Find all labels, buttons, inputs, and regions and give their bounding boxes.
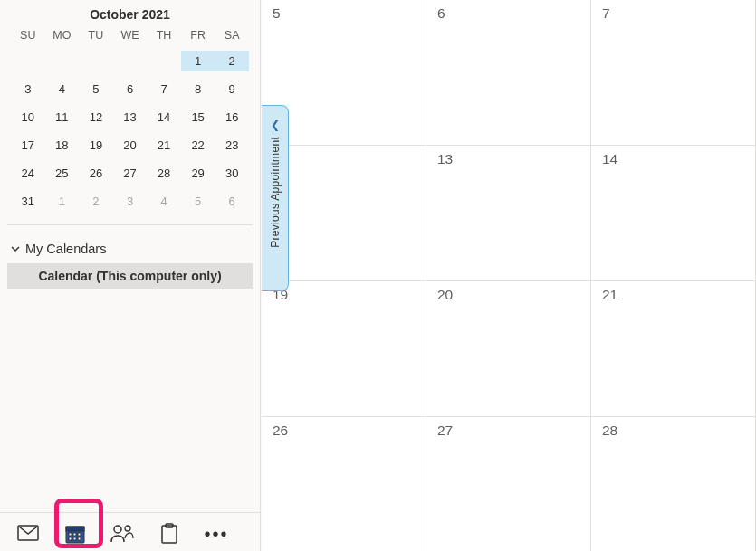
tasks-icon <box>160 523 178 545</box>
mini-cal-day[interactable]: 11 <box>45 107 80 128</box>
bottom-nav: ••• <box>0 512 261 551</box>
svg-rect-4 <box>73 533 76 536</box>
svg-point-10 <box>125 526 130 531</box>
mini-cal-day[interactable]: 24 <box>11 163 45 184</box>
mini-cal-day[interactable]: 6 <box>215 191 249 212</box>
mini-cal-day[interactable]: 10 <box>11 107 45 128</box>
svg-rect-7 <box>73 537 76 540</box>
mini-cal-day[interactable]: 22 <box>181 135 215 156</box>
nav-calendar-button[interactable] <box>63 522 87 546</box>
mini-cal-day[interactable]: 26 <box>79 163 113 184</box>
mini-cal-day[interactable]: 1 <box>45 191 80 212</box>
svg-rect-3 <box>69 533 72 536</box>
month-cell[interactable]: 27 <box>426 416 591 551</box>
mini-cal-day[interactable]: 21 <box>147 135 181 156</box>
svg-point-9 <box>114 526 121 533</box>
month-cell[interactable]: 6 <box>426 0 591 145</box>
mini-cal-day[interactable]: 1 <box>181 51 215 71</box>
mini-cal-day[interactable]: 23 <box>215 135 249 156</box>
people-icon <box>110 524 134 544</box>
mini-cal-dow: WE <box>113 29 148 43</box>
svg-rect-8 <box>78 537 81 540</box>
mini-cal-day <box>79 51 113 71</box>
mini-cal-day[interactable]: 5 <box>79 79 113 100</box>
sidebar: October 2021 SUMOTUWETHFRSA1234567891011… <box>0 0 261 551</box>
mini-calendar-grid: SUMOTUWETHFRSA12345678910111213141516171… <box>11 29 249 212</box>
mini-cal-day[interactable]: 7 <box>147 79 181 100</box>
mini-cal-day[interactable]: 17 <box>11 135 45 156</box>
mini-cal-day[interactable]: 8 <box>181 79 215 100</box>
mini-cal-day[interactable]: 27 <box>113 163 148 184</box>
mini-cal-day[interactable]: 16 <box>215 107 249 128</box>
mini-cal-day[interactable]: 4 <box>45 79 80 100</box>
mini-cal-day <box>147 51 181 71</box>
mini-cal-day[interactable]: 25 <box>45 163 80 184</box>
chevron-down-icon <box>11 244 20 253</box>
mini-cal-day[interactable]: 30 <box>215 163 249 184</box>
month-cell[interactable]: 13 <box>426 145 591 280</box>
mini-calendar: October 2021 SUMOTUWETHFRSA1234567891011… <box>0 0 260 212</box>
mail-icon <box>17 525 39 543</box>
mini-cal-day[interactable]: 13 <box>113 107 148 128</box>
mini-cal-day[interactable]: 15 <box>181 107 215 128</box>
svg-rect-2 <box>66 527 84 531</box>
nav-overflow-button[interactable]: ••• <box>205 522 228 546</box>
mini-cal-day[interactable]: 2 <box>215 51 249 71</box>
month-cell[interactable]: 7 <box>591 0 756 145</box>
mini-cal-day[interactable]: 3 <box>11 79 45 100</box>
svg-rect-11 <box>162 526 177 543</box>
calendar-icon <box>65 524 85 544</box>
mini-cal-day[interactable]: 31 <box>11 191 45 212</box>
month-cell[interactable]: 26 <box>262 416 426 551</box>
mini-cal-day[interactable]: 5 <box>181 191 215 212</box>
mini-cal-day[interactable]: 20 <box>113 135 148 156</box>
svg-rect-5 <box>78 533 81 536</box>
mini-cal-dow: SU <box>11 29 45 43</box>
mini-cal-day[interactable]: 4 <box>147 191 181 212</box>
previous-appointment-label: Previous Appointment <box>269 137 282 248</box>
month-cell[interactable]: 20 <box>426 280 591 416</box>
divider <box>7 224 253 225</box>
nav-mail-button[interactable] <box>16 522 40 546</box>
chevron-left-icon: ❮ <box>271 119 280 131</box>
calendars-section: My Calendars Calendar (This computer onl… <box>0 236 260 289</box>
mini-cal-day[interactable]: 14 <box>147 107 181 128</box>
mini-cal-day[interactable]: 18 <box>45 135 80 156</box>
ellipsis-icon: ••• <box>205 530 229 537</box>
mini-cal-dow: MO <box>45 29 80 43</box>
mini-cal-dow: TU <box>79 29 113 43</box>
month-cell[interactable]: 21 <box>591 280 756 416</box>
mini-cal-dow: FR <box>181 29 215 43</box>
my-calendars-label: My Calendars <box>25 242 106 256</box>
main-calendar-view: 5671314192021262728 <box>262 0 756 551</box>
calendar-item[interactable]: Calendar (This computer only) <box>7 263 253 289</box>
month-cell[interactable]: 19 <box>262 280 426 416</box>
mini-cal-day[interactable]: 28 <box>147 163 181 184</box>
mini-cal-dow: TH <box>147 29 181 43</box>
mini-cal-day <box>45 51 80 71</box>
month-cell[interactable]: 14 <box>591 145 756 280</box>
svg-rect-6 <box>69 537 72 540</box>
mini-cal-day[interactable]: 12 <box>79 107 113 128</box>
mini-calendar-title[interactable]: October 2021 <box>11 4 249 29</box>
mini-cal-dow: SA <box>215 29 249 43</box>
mini-cal-day[interactable]: 6 <box>113 79 148 100</box>
mini-cal-day[interactable]: 9 <box>215 79 249 100</box>
mini-cal-day[interactable]: 29 <box>181 163 215 184</box>
mini-cal-day <box>11 51 45 71</box>
calendar-item-label: Calendar (This computer only) <box>38 269 221 283</box>
mini-cal-day <box>113 51 148 71</box>
nav-people-button[interactable] <box>110 522 134 546</box>
my-calendars-header[interactable]: My Calendars <box>7 236 253 263</box>
mini-cal-day[interactable]: 3 <box>113 191 148 212</box>
month-cell[interactable]: 28 <box>591 416 756 551</box>
mini-cal-day[interactable]: 19 <box>79 135 113 156</box>
month-grid: 5671314192021262728 <box>262 0 756 551</box>
previous-appointment-tab[interactable]: ❮ Previous Appointment <box>262 105 289 291</box>
mini-cal-day[interactable]: 2 <box>79 191 113 212</box>
nav-tasks-button[interactable] <box>158 522 181 546</box>
